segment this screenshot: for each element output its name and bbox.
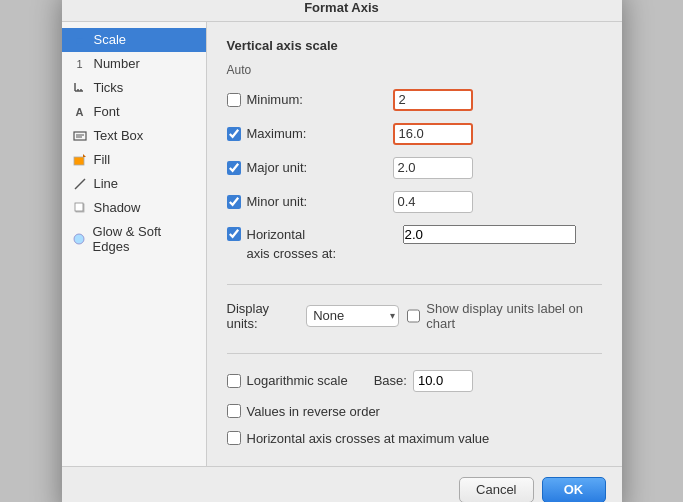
ticks-icon [72,80,88,96]
minor-unit-input[interactable] [393,191,473,213]
display-units-label: Display units: [227,301,299,331]
base-input[interactable] [413,370,473,392]
sidebar-item-scale[interactable]: ■ Scale [62,28,206,52]
horizontal-max-label: Horizontal axis crosses at maximum value [247,431,490,446]
sidebar-item-ticks[interactable]: Ticks [62,76,206,100]
cancel-button[interactable]: Cancel [459,477,533,503]
minimum-label: Minimum: [227,92,387,107]
section-title: Vertical axis scale [227,38,602,53]
sidebar-label-shadow: Shadow [94,200,141,215]
minor-unit-label: Minor unit: [227,194,387,209]
horizontal-max-checkbox[interactable] [227,431,241,445]
divider-1 [227,284,602,285]
sidebar-item-glow[interactable]: Glow & Soft Edges [62,220,206,258]
glow-icon [72,231,87,247]
format-axis-dialog: Format Axis ■ Scale 1 Number Ticks A Fon… [62,0,622,502]
logarithmic-label: Logarithmic scale [247,373,348,388]
horizontal-crosses-input[interactable] [403,225,576,244]
sidebar-item-shadow[interactable]: Shadow [62,196,206,220]
sidebar: ■ Scale 1 Number Ticks A Font [62,22,207,466]
show-units-label-text: Show display units label on chart [426,301,601,331]
major-unit-checkbox[interactable] [227,161,241,175]
sidebar-label-font: Font [94,104,120,119]
horizontal-max-row: Horizontal axis crosses at maximum value [227,431,602,446]
shadow-icon [72,200,88,216]
svg-line-9 [75,179,85,189]
logarithmic-row: Logarithmic scale Base: [227,370,602,392]
horizontal-crosses-label: Horizontalaxis crosses at: [247,225,397,264]
fill-icon [72,152,88,168]
base-label: Base: [374,373,407,388]
minor-unit-row: Minor unit: [227,191,602,213]
maximum-label: Maximum: [227,126,387,141]
major-unit-input[interactable] [393,157,473,179]
dialog-body: ■ Scale 1 Number Ticks A Font [62,22,622,466]
sidebar-label-line: Line [94,176,119,191]
minimum-row: Minimum: [227,89,602,111]
line-icon [72,176,88,192]
maximum-row: Maximum: [227,123,602,145]
sidebar-label-fill: Fill [94,152,111,167]
sidebar-label-scale: Scale [94,32,127,47]
minimum-checkbox[interactable] [227,93,241,107]
display-units-select[interactable]: None Hundreds Thousands Millions Billion… [306,305,399,327]
sidebar-item-textbox[interactable]: Text Box [62,124,206,148]
display-units-row: Display units: None Hundreds Thousands M… [227,301,602,331]
sidebar-label-ticks: Ticks [94,80,124,95]
sidebar-label-textbox: Text Box [94,128,144,143]
minor-unit-checkbox[interactable] [227,195,241,209]
sidebar-item-fill[interactable]: Fill [62,148,206,172]
minimum-input[interactable] [393,89,473,111]
major-unit-row: Major unit: [227,157,602,179]
sidebar-label-glow: Glow & Soft Edges [93,224,196,254]
svg-rect-4 [74,132,86,140]
horizontal-crosses-row: Horizontalaxis crosses at: [227,225,602,264]
divider-2 [227,353,602,354]
dialog-footer: Cancel OK [62,466,622,503]
svg-rect-7 [74,157,84,165]
reverse-order-label: Values in reverse order [247,404,380,419]
dialog-title: Format Axis [62,0,622,22]
number-icon: 1 [72,56,88,72]
font-icon: A [72,104,88,120]
ok-button[interactable]: OK [542,477,606,503]
sidebar-item-line[interactable]: Line [62,172,206,196]
scale-icon: ■ [72,32,88,48]
reverse-order-row: Values in reverse order [227,404,602,419]
svg-point-12 [74,234,84,244]
main-content: Vertical axis scale Auto Minimum: Maximu… [207,22,622,466]
reverse-order-checkbox[interactable] [227,404,241,418]
auto-label: Auto [227,63,602,77]
horizontal-crosses-checkbox[interactable] [227,227,241,241]
show-units-label-checkbox[interactable] [407,309,420,323]
maximum-checkbox[interactable] [227,127,241,141]
maximum-input[interactable] [393,123,473,145]
textbox-icon [72,128,88,144]
sidebar-label-number: Number [94,56,140,71]
show-label-row: Show display units label on chart [407,301,601,331]
logarithmic-checkbox[interactable] [227,374,241,388]
sidebar-item-font[interactable]: A Font [62,100,206,124]
svg-rect-11 [75,203,83,211]
display-units-select-wrapper: None Hundreds Thousands Millions Billion… [306,305,399,327]
major-unit-label: Major unit: [227,160,387,175]
sidebar-item-number[interactable]: 1 Number [62,52,206,76]
svg-marker-8 [83,154,86,157]
